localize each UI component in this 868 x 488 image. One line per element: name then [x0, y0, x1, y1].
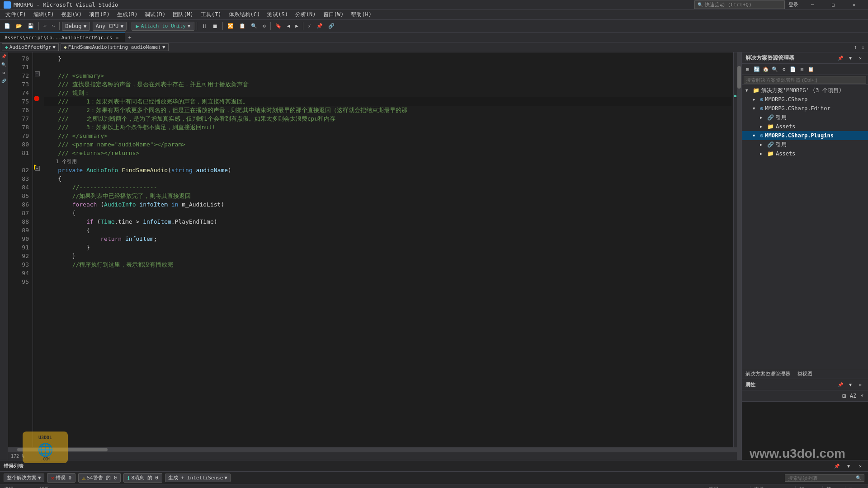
quick-search[interactable]: 快速启动 (Ctrl+Q): [705, 1, 752, 8]
error-scope-selector[interactable]: 整个解决方案 ▼: [4, 474, 44, 482]
toolbar-icon-4[interactable]: 📋: [237, 21, 248, 31]
minimize-button[interactable]: ─: [802, 0, 823, 10]
new-file-button[interactable]: 📄: [2, 21, 13, 31]
toolbar-icon-12[interactable]: 🔗: [326, 21, 337, 31]
menu-build[interactable]: 生成(B): [113, 10, 142, 19]
se-tb-settings[interactable]: ⚙: [780, 65, 788, 73]
error-filter-warnings[interactable]: ⚠ 54警告 的 0: [78, 473, 121, 483]
se-tb-filter[interactable]: ⊟: [798, 65, 806, 73]
tab-close-0[interactable]: ✕: [114, 34, 120, 41]
se-menu-button[interactable]: ▼: [846, 54, 854, 62]
tree-root[interactable]: ▼ 📁 解决方案'MMORPG' (3 个项目): [742, 86, 868, 95]
error-filter-errors[interactable]: ✕ 错误 0: [47, 473, 75, 483]
tree-item-assets-editor[interactable]: ▶ 📁 Assets: [742, 122, 868, 131]
col-file[interactable]: 文件: [750, 486, 796, 488]
horizontal-scrollbar[interactable]: [8, 447, 737, 452]
gutter-icon-2[interactable]: 🔍: [1, 62, 7, 69]
new-tab-button[interactable]: +: [125, 33, 134, 42]
col-desc[interactable]: 说明: [36, 486, 705, 488]
menu-file[interactable]: 文件(F): [2, 10, 30, 19]
menu-test[interactable]: 测试(S): [264, 10, 292, 19]
build-filter-dropdown[interactable]: 生成 + IntelliSense ▼: [165, 474, 231, 482]
toolbar-icon-5[interactable]: 🔍: [249, 21, 259, 31]
solution-search-input[interactable]: [744, 76, 866, 84]
collapse-72[interactable]: −: [35, 71, 40, 76]
menu-debug[interactable]: 调试(D): [141, 10, 169, 19]
menu-architecture[interactable]: 体系结构(C): [225, 10, 264, 19]
code-lines[interactable]: } /// <summary> /// 查找是指定名称的声音，是否在列表中存在，…: [42, 52, 733, 447]
undo-button[interactable]: ↩: [41, 21, 49, 31]
se-tb-find[interactable]: 🔍: [771, 65, 779, 73]
error-filter-messages[interactable]: ℹ 8消息 的 0: [123, 473, 162, 483]
se-tb-home[interactable]: 🏠: [762, 65, 770, 73]
se-close-button[interactable]: ✕: [856, 54, 864, 62]
gutter-icon-4[interactable]: 🔗: [1, 79, 7, 85]
class-selector[interactable]: ◆ AudioEffectMgr ▼: [2, 43, 59, 51]
save-button[interactable]: 💾: [25, 21, 36, 31]
vertical-scrollbar[interactable]: [737, 52, 741, 460]
se-tb-collapse[interactable]: ⊞: [744, 65, 752, 73]
method-selector[interactable]: ◆ FindSameAudio(string audioName) ▼: [61, 43, 169, 51]
col-line[interactable]: 行: [796, 486, 823, 488]
props-menu[interactable]: ▼: [846, 380, 854, 389]
props-event-icon[interactable]: ⚡: [858, 392, 866, 400]
tree-arrow-mmorpg-plugins: ▼: [753, 133, 760, 138]
tree-item-mmorpg-editor[interactable]: ▼ ⚙ MMORPG.CSharp.Editor: [742, 104, 868, 113]
props-grid-icon[interactable]: ⊞: [840, 392, 848, 400]
collapse-all-button[interactable]: ↓: [859, 44, 866, 51]
collapse-82[interactable]: −: [35, 166, 40, 171]
col-code[interactable]: 代码: [0, 486, 36, 488]
se-tab-solution[interactable]: 解决方案资源管理器: [744, 370, 792, 378]
expand-all-button[interactable]: ↑: [852, 44, 859, 51]
toolbar-icon-3[interactable]: 🔀: [225, 21, 236, 31]
se-tb-refresh[interactable]: 🔄: [753, 65, 761, 73]
menu-project[interactable]: 项目(P): [85, 10, 113, 19]
attach-to-unity-button[interactable]: ▶ Attach to Unity ▼: [132, 22, 194, 31]
menu-analyze[interactable]: 分析(N): [292, 10, 320, 19]
menu-window[interactable]: 窗口(W): [320, 10, 348, 19]
toolbar-icon-8[interactable]: ◀: [285, 21, 292, 31]
toolbar-icon-11[interactable]: 📌: [314, 21, 325, 31]
menu-edit[interactable]: 编辑(E): [30, 10, 58, 19]
props-close[interactable]: ✕: [856, 380, 864, 389]
toolbar-icon-2[interactable]: ⏹: [210, 21, 220, 31]
col-suppress[interactable]: 禁: [823, 486, 845, 488]
toolbar-icon-9[interactable]: ▶: [293, 21, 301, 31]
tree-item-ref-editor[interactable]: ▶ 🔗 引用: [742, 113, 868, 122]
props-pin[interactable]: 📌: [836, 380, 844, 389]
close-button[interactable]: ✕: [844, 0, 864, 10]
toolbar-icon-10[interactable]: ⚡: [306, 21, 313, 31]
se-tb-pending[interactable]: 📋: [807, 65, 815, 73]
se-pin-button[interactable]: 📌: [836, 54, 844, 62]
cpu-dropdown[interactable]: Any CPU ▼: [93, 22, 127, 31]
debug-mode-dropdown[interactable]: Debug ▼: [62, 22, 90, 31]
menu-view[interactable]: 视图(V): [57, 10, 85, 19]
col-actions[interactable]: ⊟: [845, 486, 868, 488]
error-panel-menu[interactable]: ▼: [844, 462, 853, 470]
tree-arrow-assets-plugins: ▶: [760, 151, 767, 156]
tree-item-mmorpg-csharp[interactable]: ▶ ⚙ MMORPG.CSharp: [742, 95, 868, 104]
gutter-icon-1[interactable]: 📌: [1, 54, 7, 61]
toolbar-icon-6[interactable]: ⚙: [260, 21, 268, 31]
tree-item-assets-plugins[interactable]: ▶ 📁 Assets: [742, 149, 868, 158]
open-button[interactable]: 📂: [14, 21, 24, 31]
code-editor[interactable]: 70 71 72 73 74 75 76 77 78 79 80 81 82 8…: [8, 52, 737, 460]
error-panel-pin[interactable]: 📌: [833, 462, 841, 470]
tree-item-ref-plugins[interactable]: ▶ 🔗 引用: [742, 140, 868, 149]
col-project[interactable]: 项目: [705, 486, 750, 488]
redo-button[interactable]: ↪: [50, 21, 57, 31]
menu-team[interactable]: 团队(M): [169, 10, 197, 19]
se-tb-new-sol[interactable]: 📄: [789, 65, 797, 73]
menu-tools[interactable]: 工具(T): [197, 10, 225, 19]
menu-help[interactable]: 帮助(H): [347, 10, 375, 19]
error-panel-close[interactable]: ✕: [856, 462, 864, 470]
tab-0[interactable]: Assets\Script\Co...AudioEffectMgr.cs ✕: [0, 33, 125, 42]
maximize-button[interactable]: □: [823, 0, 844, 10]
error-search-input[interactable]: [788, 475, 856, 481]
toolbar-icon-7[interactable]: 🔖: [273, 21, 284, 31]
tree-item-mmorpg-plugins[interactable]: ▼ ⚙ MMORPG.CSharp.Plugins: [742, 131, 868, 140]
se-tab-class[interactable]: 类视图: [796, 370, 814, 378]
toolbar-icon-1[interactable]: ⏸: [199, 21, 209, 31]
props-alpha-icon[interactable]: AZ: [849, 392, 857, 400]
gutter-icon-3[interactable]: ⚙: [1, 70, 7, 77]
